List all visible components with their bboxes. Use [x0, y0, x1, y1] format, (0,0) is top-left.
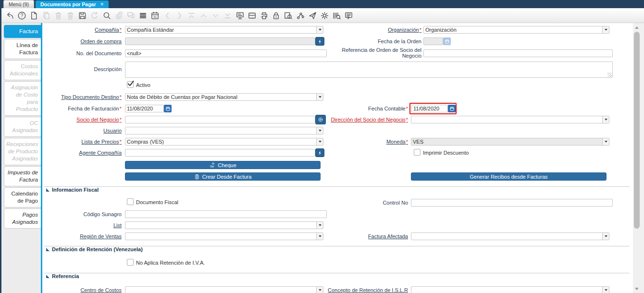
tipo-documento-destino-select[interactable]: Nota de Débito de Cuentas por Pagar Naci… — [125, 93, 323, 101]
generar-recibos-button[interactable]: Generar Recibos desde Facturas — [411, 172, 607, 181]
direccion-socio-dropdown-arrow-icon[interactable] — [602, 116, 609, 123]
resize-grip-icon[interactable] — [607, 73, 612, 77]
sidebar-tab-costos-adicionales: Costos Adicionales — [4, 60, 41, 80]
product-info-icon[interactable] — [331, 10, 343, 21]
close-tab-icon[interactable]: ✕ — [100, 2, 104, 7]
tipo-documento-destino-label[interactable]: Tipo Documento Destino — [42, 94, 122, 100]
concepto-islr-select[interactable] — [411, 286, 609, 293]
scroll-down-arrow-icon[interactable] — [635, 288, 639, 290]
cheque-button[interactable]: Cheque — [125, 161, 321, 169]
tab-documentos-por-pagar[interactable]: Documentos por Pagar ✕ — [36, 0, 109, 8]
tipo-documento-dropdown-arrow-icon[interactable] — [316, 94, 323, 100]
sidebar-tab-linea-de-factura[interactable]: Línea de Factura — [4, 39, 41, 59]
grid-toggle-icon[interactable] — [137, 10, 149, 21]
descripcion-textarea[interactable] — [125, 61, 613, 78]
no-aplica-iva-label: No Aplica Retención de I.V.A. — [136, 260, 205, 266]
preferences-icon[interactable] — [319, 10, 331, 21]
sidebar-tab-factura[interactable]: Factura — [4, 25, 41, 38]
request-icon[interactable] — [307, 10, 319, 21]
fecha-contable-field[interactable]: 11/08/2020 — [411, 105, 448, 112]
zoom-across-icon[interactable] — [282, 10, 294, 21]
broadcast-message-icon[interactable] — [343, 10, 355, 21]
factura-afectada-select[interactable] — [411, 232, 609, 240]
usuario-dropdown-arrow-icon[interactable] — [316, 127, 323, 134]
lista-precios-select[interactable]: Compras (VES) — [125, 138, 323, 146]
referencia-orden-field[interactable] — [423, 49, 613, 57]
crear-desde-factura-button[interactable]: Crear Desde Factura — [125, 172, 321, 181]
no-documento-field[interactable]: <null> — [125, 49, 327, 57]
list-label[interactable]: List — [42, 222, 122, 228]
sidebar-tab-calendario-de-pago[interactable]: Calendario de Pago — [4, 187, 41, 208]
definicion-retencion-header[interactable]: Definición de Retención (Venezuela) — [52, 246, 143, 252]
scrollbar-thumb[interactable] — [634, 32, 640, 229]
workflow-icon[interactable] — [295, 10, 307, 21]
undo-icon[interactable] — [4, 10, 16, 21]
region-ventas-label[interactable]: Región de Ventas — [42, 233, 122, 239]
no-documento-value: <null> — [125, 50, 326, 57]
agente-compania-lookup-button[interactable] — [315, 148, 324, 157]
socio-negocio-label[interactable]: Socio del Negocio — [42, 117, 122, 122]
codigo-sunagro-field[interactable] — [125, 210, 327, 218]
fecha-facturacion-field[interactable]: 11/08/2020 — [125, 105, 164, 112]
sidebar-tab-recepciones-de-producto-asignadas: Recepciones de Producto Asignadas — [4, 138, 41, 165]
compania-select[interactable]: Compañía Estándar — [125, 26, 323, 34]
help-icon[interactable]: ? — [16, 10, 28, 21]
previous-record-icon — [161, 10, 173, 21]
delete-selection-icon — [64, 10, 76, 21]
sidebar-tab-label: Costos Adicionales — [10, 63, 38, 76]
concepto-islr-label[interactable]: Concepto de Retención de I.S.L.R — [322, 287, 408, 293]
scroll-up-arrow-icon[interactable] — [635, 26, 639, 29]
lista-precios-label[interactable]: Lista de Precios — [42, 139, 122, 145]
calendar-small-icon — [445, 39, 450, 44]
direccion-socio-label[interactable]: Dirección del Socio del Negocio — [322, 117, 408, 122]
organizacion-select[interactable]: Organización — [423, 26, 609, 34]
fecha-contable-calendar-button[interactable] — [448, 105, 456, 112]
no-aplica-iva-checkbox[interactable] — [127, 259, 134, 266]
save-icon[interactable] — [76, 10, 88, 21]
direccion-socio-select[interactable] — [411, 116, 609, 123]
referencia-header[interactable]: Referencia — [52, 273, 79, 279]
factura-afectada-label[interactable]: Factura Afectada — [322, 233, 408, 239]
sidebar-tab-impuesto-de-factura[interactable]: Impuesto de Factura — [4, 166, 41, 186]
imprimir-descuento-checkbox[interactable] — [414, 149, 421, 156]
activo-checkbox[interactable] — [127, 81, 134, 88]
print-icon[interactable] — [258, 10, 270, 21]
control-no-field[interactable] — [411, 199, 613, 207]
collapse-triangle-icon[interactable] — [46, 248, 50, 251]
new-record-icon[interactable] — [28, 10, 40, 21]
moneda-label[interactable]: Moneda — [322, 139, 408, 145]
concepto-islr-dropdown-arrow-icon[interactable] — [602, 287, 609, 293]
collapse-triangle-icon[interactable] — [46, 275, 50, 278]
calendar-small-icon — [165, 106, 171, 111]
next-record-icon — [173, 10, 186, 21]
centro-costos-select[interactable] — [125, 286, 323, 293]
collapse-triangle-icon[interactable] — [46, 188, 50, 192]
compania-label[interactable]: Compañía — [42, 27, 122, 33]
organizacion-label[interactable]: Organización — [322, 27, 421, 33]
calendar-icon[interactable]: 31 — [149, 10, 161, 21]
usuario-label[interactable]: Usuario — [42, 128, 122, 134]
informacion-fiscal-header[interactable]: Informacion Fiscal — [52, 187, 99, 193]
socio-negocio-field[interactable] — [125, 116, 315, 123]
orden-compra-label[interactable]: Orden de compra — [42, 38, 122, 44]
vertical-scrollbar[interactable] — [633, 23, 644, 293]
factura-afectada-dropdown-arrow-icon[interactable] — [602, 233, 609, 240]
descripcion-label: Descripción — [42, 66, 122, 72]
archive-icon[interactable] — [246, 10, 258, 21]
private-record-lock-icon[interactable] — [270, 10, 282, 21]
tab-menu[interactable]: Menú (9) — [3, 0, 34, 8]
fecha-orden-calendar-button — [443, 37, 451, 45]
documento-fiscal-checkbox[interactable] — [127, 198, 134, 205]
find-record-icon[interactable] — [101, 10, 113, 21]
agente-compania-field[interactable] — [125, 149, 315, 157]
list-select[interactable] — [125, 221, 323, 229]
fecha-facturacion-calendar-button[interactable] — [164, 105, 172, 112]
usuario-select[interactable] — [125, 127, 323, 134]
organizacion-dropdown-arrow-icon[interactable] — [602, 26, 609, 33]
sidebar-tab-pagos-asignados[interactable]: Pagos Asignados — [4, 208, 41, 229]
agente-compania-label[interactable]: Agente Compañía — [42, 150, 122, 156]
centro-costos-label[interactable]: Centro de Costos — [42, 287, 122, 293]
report-icon[interactable] — [234, 10, 246, 21]
list-dropdown-arrow-icon[interactable] — [316, 222, 323, 229]
region-ventas-select[interactable] — [125, 232, 323, 240]
